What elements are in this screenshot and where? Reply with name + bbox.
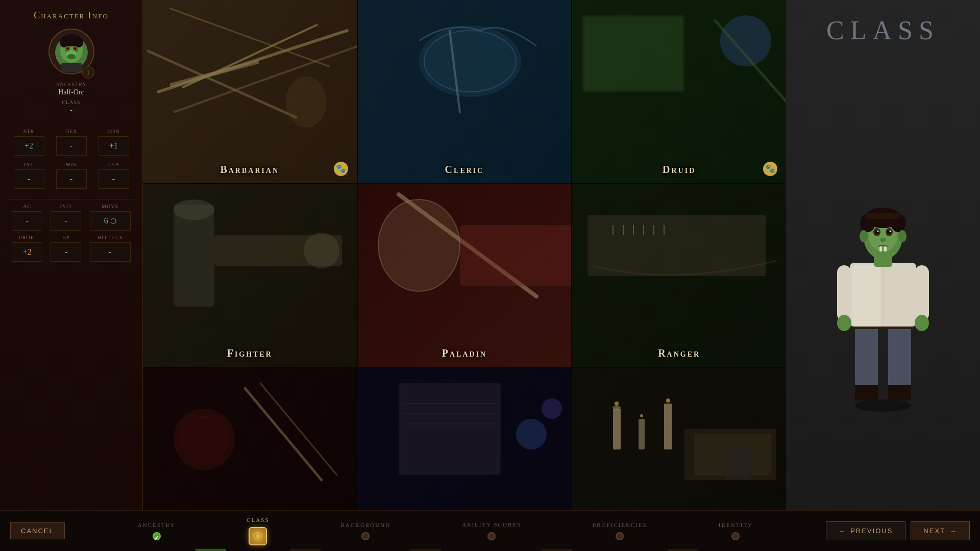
ancestry-step-label: ANCESTRY	[138, 522, 175, 528]
background-step-dot	[361, 532, 370, 540]
svg-rect-13	[61, 63, 82, 72]
check-icon	[154, 535, 159, 540]
main-layout: Character Info	[0, 0, 980, 551]
barbarian-paw: 🐾	[334, 162, 349, 177]
class-card-fighter[interactable]: Fighter	[143, 184, 357, 367]
fighter-label: Fighter	[143, 347, 357, 359]
class-grid: Barbarian 🐾 Cleric	[143, 0, 786, 551]
init-label: INIT	[51, 204, 81, 209]
druid-label: Druid	[572, 164, 786, 176]
avatar-svg	[51, 31, 92, 72]
ability-step-label: ABILITY SCORES	[462, 521, 521, 528]
svg-point-73	[915, 315, 929, 331]
ac-label: AC	[12, 204, 42, 209]
svg-rect-91	[867, 213, 899, 219]
svg-point-61	[855, 399, 911, 412]
dex-label: DEX	[56, 129, 87, 134]
svg-point-12	[74, 47, 76, 49]
ranger-overlay	[572, 184, 786, 367]
connector-1	[195, 549, 226, 550]
class-step-label: CLASS	[247, 517, 269, 523]
class-icon-svg	[253, 531, 263, 541]
prev-arrow: ←	[839, 527, 846, 535]
bottom-nav: CANCEL ANCESTRY CLASS	[0, 510, 980, 551]
character-model	[786, 45, 980, 551]
svg-point-5	[67, 54, 76, 59]
cha-value: -	[99, 169, 129, 189]
int-label: INT	[14, 162, 44, 167]
next-arrow: →	[949, 527, 957, 535]
right-panel: CLASS	[786, 0, 980, 551]
prev-label: PREVIOUS	[850, 527, 893, 535]
ac-value: -	[12, 211, 42, 231]
cleric-label: Cleric	[358, 164, 572, 176]
left-panel: Character Info	[0, 0, 143, 551]
int-value: -	[14, 169, 44, 189]
svg-point-11	[67, 47, 69, 49]
step-class: CLASS	[226, 517, 289, 545]
ability-step-dot	[487, 532, 496, 540]
cancel-button[interactable]: CANCEL	[10, 522, 65, 539]
barbarian-label: Barbarian	[143, 164, 357, 176]
identity-step-dot	[731, 532, 740, 540]
paw-icon-druid: 🐾	[763, 162, 777, 176]
combat-stats: AC INIT MOVE - - 6 ⬡ PROF. HP HIT DICE +…	[8, 204, 135, 266]
step-ability: ABILITY SCORES	[442, 521, 542, 540]
next-button[interactable]: NEXT →	[911, 521, 970, 540]
identity-step-label: IDENTITY	[719, 522, 753, 528]
level-badge: 1	[82, 66, 94, 79]
class-card-cleric[interactable]: Cleric	[358, 0, 572, 183]
svg-point-83	[880, 238, 886, 242]
step-identity: IDENTITY	[698, 522, 773, 540]
hp-label: HP	[51, 235, 81, 240]
hp-value: -	[51, 242, 81, 262]
paladin-label: Paladin	[358, 347, 572, 359]
druid-overlay	[572, 0, 786, 183]
svg-point-90	[898, 230, 906, 242]
connector-2	[290, 549, 321, 550]
divider-1	[8, 199, 135, 199]
svg-point-82	[890, 230, 891, 232]
svg-point-8	[75, 37, 83, 47]
connector-5	[668, 549, 698, 550]
ancestry-step-dot	[153, 532, 161, 540]
fighter-overlay	[143, 184, 357, 367]
connector-4	[542, 549, 572, 550]
class-label: CLASS	[56, 99, 86, 105]
previous-button[interactable]: ← PREVIOUS	[826, 521, 905, 540]
background-step-label: BACKGROUND	[341, 522, 391, 528]
cha-label: CHA	[99, 162, 129, 167]
cleric-overlay	[358, 0, 572, 183]
con-value: +1	[99, 136, 129, 156]
step-background: BACKGROUND	[321, 522, 411, 540]
svg-point-7	[60, 37, 68, 47]
dex-value: -	[56, 136, 87, 156]
svg-point-81	[877, 230, 879, 232]
proficiencies-step-label: PROFICIENCIES	[593, 522, 647, 528]
svg-rect-85	[884, 246, 887, 252]
ancestry-value: Half-Orc	[56, 88, 86, 96]
svg-rect-65	[888, 324, 911, 385]
svg-rect-71	[915, 265, 929, 321]
class-panel-title: CLASS	[826, 15, 940, 45]
prof-value: +2	[12, 242, 42, 262]
class-card-paladin[interactable]: Paladin	[358, 184, 572, 367]
class-step-icon	[249, 527, 267, 545]
class-card-barbarian[interactable]: Barbarian 🐾	[143, 0, 357, 183]
char-info-title: Character Info	[34, 10, 109, 21]
str-label: STR	[14, 129, 44, 134]
primary-stats: STR DEX CON +2 - +1 INT WIS CHA - - -	[8, 129, 135, 195]
druid-paw: 🐾	[763, 162, 778, 177]
nav-right-buttons: ← PREVIOUS NEXT →	[826, 521, 970, 540]
move-value: 6 ⬡	[90, 211, 131, 231]
class-card-ranger[interactable]: Ranger	[572, 184, 786, 367]
svg-point-89	[860, 230, 868, 242]
connector-3	[411, 549, 442, 550]
ranger-label: Ranger	[572, 347, 786, 359]
class-card-druid[interactable]: Druid 🐾	[572, 0, 786, 183]
hit-dice-value: -	[90, 242, 131, 262]
wis-value: -	[56, 169, 87, 189]
step-ancestry: ANCESTRY	[117, 522, 195, 540]
hit-dice-label: HIT DICE	[90, 235, 131, 240]
class-value: -	[56, 106, 86, 114]
